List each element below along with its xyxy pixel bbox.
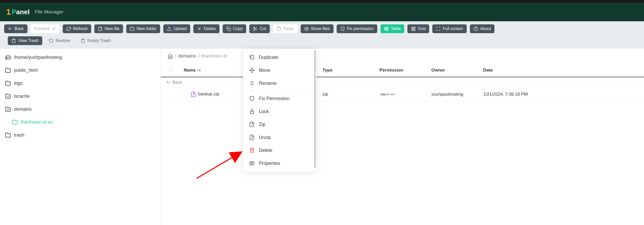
grid-view-button[interactable]: Grid: [407, 24, 429, 33]
svg-point-1: [253, 27, 255, 28]
annotation-arrow: [194, 150, 246, 181]
folder-open-icon: [12, 119, 18, 125]
home-icon[interactable]: [168, 54, 173, 59]
trash-empty-icon: [81, 38, 85, 43]
table-view-button[interactable]: Table: [380, 24, 404, 33]
context-unzip[interactable]: Unzip: [243, 131, 316, 144]
sidebar-item-logs[interactable]: logs: [0, 77, 161, 90]
back-button[interactable]: Back: [4, 24, 27, 33]
restore-icon: [49, 38, 54, 43]
svg-rect-0: [228, 28, 230, 31]
table-header-checkbox: [161, 64, 179, 77]
svg-rect-8: [414, 29, 415, 31]
breadcrumb-domains[interactable]: domains: [178, 53, 196, 59]
context-lock[interactable]: Lock: [243, 105, 316, 118]
context-move[interactable]: Move: [243, 64, 316, 77]
upload-button[interactable]: Upload: [163, 24, 190, 33]
grid-icon: [411, 26, 416, 31]
empty-trash-button[interactable]: Empty Trash: [77, 36, 114, 45]
shield-icon: [340, 26, 345, 31]
svg-rect-5: [385, 27, 388, 31]
delete-button[interactable]: Delete: [193, 24, 219, 33]
context-properties[interactable]: Properties: [243, 157, 316, 170]
copy-button[interactable]: Copy: [223, 24, 246, 33]
back-arrow-icon: [166, 80, 171, 85]
app-logo: 1Panel: [6, 7, 30, 17]
sidebar-item-lscache[interactable]: lscache: [0, 90, 161, 103]
svg-rect-14: [250, 111, 254, 114]
table-header-date[interactable]: Date: [478, 64, 644, 77]
select-all-checkbox[interactable]: [169, 67, 173, 72]
file-owner: yuchpasthosting: [426, 88, 478, 101]
file-type: zip: [317, 88, 374, 101]
fix-permission-button[interactable]: Fix permission: [337, 24, 377, 33]
breadcrumb-current: thanhnam.id: [201, 53, 227, 59]
sort-icon: ↑≡: [197, 68, 201, 72]
sidebar-item-thanhnam[interactable]: thanhnam.id.vn: [0, 116, 161, 129]
file-permission: -rw-r--r--: [374, 88, 426, 101]
context-zip[interactable]: Zip: [243, 118, 316, 131]
fullscreen-button[interactable]: Full screen: [432, 24, 466, 33]
context-scrollbar[interactable]: [314, 50, 316, 168]
fullscreen-icon: [436, 26, 441, 31]
lock-icon: [249, 109, 255, 114]
toolbar-secondary: View Trash Restore Empty Trash: [0, 36, 644, 49]
restore-button[interactable]: Restore: [45, 36, 74, 45]
breadcrumb: / domains / thanhnam.id: [161, 49, 644, 64]
content-panel: / domains / thanhnam.id Name↑≡ Type Perm…: [161, 49, 644, 225]
svg-point-2: [253, 29, 255, 31]
app-title: File Manager: [35, 9, 63, 15]
copy-icon: [226, 26, 231, 31]
table-row[interactable]: backup.zip zip -rw-r--r-- yuchpasthostin…: [161, 88, 644, 101]
sidebar-root-path[interactable]: /home/yuchpasthosting: [0, 51, 161, 64]
view-trash-button[interactable]: View Trash: [8, 36, 42, 45]
svg-point-11: [6, 58, 7, 59]
context-delete[interactable]: Delete: [243, 144, 316, 157]
unzip-icon: [249, 135, 255, 140]
arrow-right-icon: [51, 26, 56, 31]
window-top-bar: [0, 0, 644, 3]
folder-plus-icon: [5, 93, 11, 99]
arrow-left-icon: [8, 26, 12, 31]
file-date: 1/21/2024, 7:36:18 PM: [478, 88, 644, 101]
svg-rect-3: [278, 27, 280, 28]
context-fix-permission[interactable]: Fix Permission: [243, 92, 316, 105]
show-files-button[interactable]: Show files: [301, 24, 334, 33]
about-button[interactable]: About: [470, 24, 495, 33]
move-icon: [249, 67, 255, 73]
table-back-row[interactable]: Back: [161, 77, 644, 88]
refresh-button[interactable]: Refresh: [63, 24, 91, 33]
sidebar-item-public-html[interactable]: public_html: [0, 64, 161, 77]
duplicate-icon: [249, 54, 255, 60]
trash-icon: [249, 147, 255, 153]
scissors-icon: [253, 26, 258, 31]
context-menu: Duplicate Move Rename Fix Permission Loc…: [243, 49, 316, 172]
cut-button[interactable]: Cut: [249, 24, 270, 33]
context-duplicate[interactable]: Duplicate: [243, 51, 316, 64]
context-divider: [243, 91, 316, 91]
svg-rect-6: [412, 27, 413, 28]
file-name: backup.zip: [198, 92, 219, 96]
table-icon: [384, 26, 389, 31]
zip-icon: [249, 122, 255, 127]
table-header-type[interactable]: Type: [317, 64, 374, 77]
hdd-icon: [5, 54, 11, 60]
rename-icon: [249, 80, 255, 86]
sidebar-item-domains[interactable]: domains: [0, 103, 161, 116]
eye-icon: [304, 26, 309, 31]
svg-line-12: [197, 152, 241, 178]
file-table: Name↑≡ Type Permission Owner Date Back b…: [161, 64, 644, 101]
table-header-permission[interactable]: Permission: [374, 64, 426, 77]
table-header-owner[interactable]: Owner: [426, 64, 478, 77]
refresh-icon: [66, 26, 71, 31]
clipboard-icon: [277, 26, 281, 31]
shield-icon: [249, 96, 255, 101]
folder-icon: [5, 80, 11, 86]
new-file-button[interactable]: New file: [94, 24, 123, 33]
sidebar: /home/yuchpasthosting public_html logs l…: [0, 49, 161, 225]
new-folder-button[interactable]: New folder: [126, 24, 160, 33]
sidebar-item-trash[interactable]: trash: [0, 129, 161, 142]
toolbar-primary: Back Forward Refresh New file New folder…: [0, 21, 644, 36]
context-rename[interactable]: Rename: [243, 77, 316, 90]
folder-icon: [130, 26, 135, 31]
